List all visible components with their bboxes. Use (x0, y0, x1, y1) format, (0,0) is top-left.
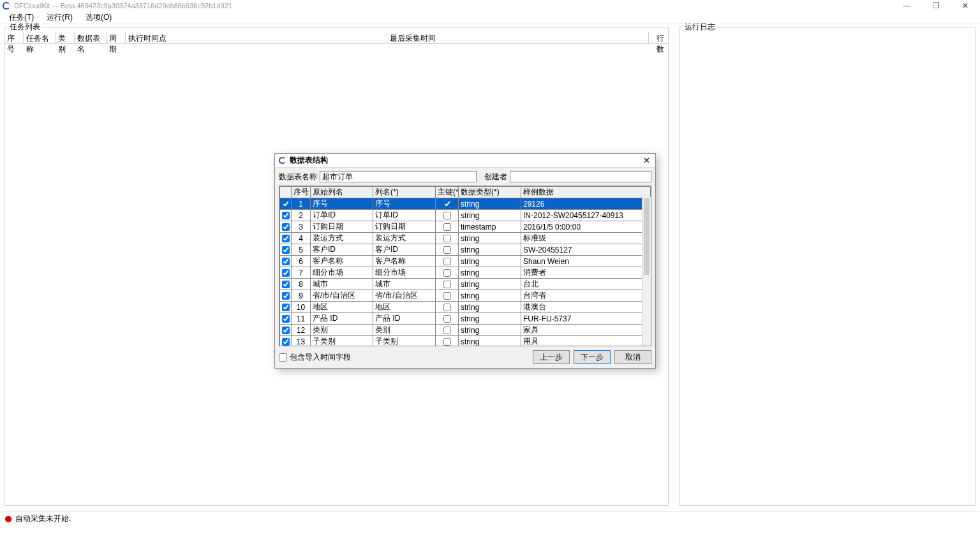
col-last[interactable]: 最后采集时间 (387, 33, 649, 43)
row-name[interactable]: 子类别 (373, 336, 436, 346)
dialog-footer: 包含导入时间字段 上一步 下一步 取消 (275, 346, 655, 368)
col-cycle[interactable]: 周期 (107, 33, 126, 43)
row-pk-checkbox[interactable] (443, 223, 451, 231)
dialog-close-button[interactable]: ✕ (643, 156, 650, 165)
creator-input[interactable] (510, 171, 651, 182)
close-button[interactable]: ✕ (951, 0, 980, 11)
row-include-checkbox[interactable] (282, 258, 290, 265)
row-type[interactable]: string (459, 279, 521, 290)
row-type[interactable]: string (459, 233, 521, 244)
grid-row[interactable]: 8城市城市string台北 (280, 279, 651, 290)
row-name[interactable]: 省/市/自治区 (373, 290, 436, 302)
grid-row[interactable]: 9省/市/自治区省/市/自治区string台湾省 (280, 290, 651, 302)
include-time-checkbox[interactable] (279, 353, 287, 362)
row-name[interactable]: 序号 (373, 198, 436, 210)
row-type[interactable]: string (459, 325, 521, 336)
grid-row[interactable]: 11产品 ID产品 IDstringFUR-FU-5737 (280, 313, 651, 325)
row-include-checkbox[interactable] (282, 212, 290, 219)
grid-row[interactable]: 12类别类别string家具 (280, 325, 651, 336)
row-type[interactable]: string (459, 267, 521, 279)
col-rows[interactable]: 行数 (649, 33, 668, 43)
grid-header-name[interactable]: 列名(*) (373, 187, 436, 198)
row-type[interactable]: string (459, 244, 521, 256)
row-name[interactable]: 城市 (373, 279, 436, 290)
grid-row[interactable]: 2订单ID订单IDstringIN-2012-SW20455127-40913 (280, 210, 651, 221)
row-include-checkbox[interactable] (282, 281, 290, 288)
grid-header-check[interactable] (280, 187, 292, 198)
col-name[interactable]: 任务名称 (24, 33, 56, 43)
row-pk-checkbox[interactable] (443, 246, 451, 254)
row-include-checkbox[interactable] (282, 200, 290, 208)
row-pk-checkbox[interactable] (443, 235, 451, 242)
row-include-checkbox[interactable] (282, 235, 290, 242)
grid-header-pk[interactable]: 主键(*) (436, 187, 459, 198)
dialog-title: 数据表结构 (290, 155, 328, 166)
row-pk-checkbox[interactable] (443, 338, 451, 346)
menu-run[interactable]: 运行(R) (40, 11, 79, 24)
row-type[interactable]: string (459, 336, 521, 346)
row-name[interactable]: 产品 ID (373, 313, 436, 325)
next-button[interactable]: 下一步 (574, 350, 611, 364)
grid-header-sample[interactable]: 样例数据 (521, 187, 651, 198)
col-cat[interactable]: 类别 (56, 33, 75, 43)
col-dtab[interactable]: 数据表名 (75, 33, 107, 43)
menu-options[interactable]: 选项(O) (79, 11, 118, 24)
row-include-checkbox[interactable] (282, 304, 290, 311)
grid-header-orig[interactable]: 原始列名 (311, 187, 373, 198)
row-type[interactable]: string (459, 198, 521, 210)
grid-row[interactable]: 6客户名称客户名称stringShaun Weien (280, 256, 651, 267)
col-seq[interactable]: 序号 (4, 33, 24, 43)
prev-button[interactable]: 上一步 (533, 350, 570, 364)
row-type[interactable]: string (459, 290, 521, 302)
row-type[interactable]: string (459, 313, 521, 325)
grid-scrollbar-thumb[interactable] (644, 198, 650, 275)
grid-row[interactable]: 13子类别子类别string用具 (280, 336, 651, 346)
row-sample: 台湾省 (521, 290, 651, 302)
row-orig: 子类别 (311, 336, 373, 346)
grid-scrollbar[interactable] (642, 197, 651, 346)
row-name[interactable]: 类别 (373, 325, 436, 336)
row-name[interactable]: 订购日期 (373, 221, 436, 233)
row-pk-checkbox[interactable] (443, 304, 451, 311)
maximize-button[interactable]: ❐ (921, 0, 951, 11)
row-name[interactable]: 客户ID (373, 244, 436, 256)
row-type[interactable]: timestamp (459, 221, 521, 233)
row-include-checkbox[interactable] (282, 246, 290, 254)
cancel-button[interactable]: 取消 (614, 350, 651, 364)
row-pk-checkbox[interactable] (443, 258, 451, 265)
row-name[interactable]: 订单ID (373, 210, 436, 221)
tasks-panel-title: 任务列表 (8, 22, 41, 33)
row-pk-checkbox[interactable] (443, 212, 451, 219)
row-pk-checkbox[interactable] (443, 200, 451, 208)
grid-row[interactable]: 4装运方式装运方式string标准级 (280, 233, 651, 244)
row-pk-checkbox[interactable] (443, 315, 451, 323)
row-include-checkbox[interactable] (282, 315, 290, 323)
row-pk-checkbox[interactable] (443, 292, 451, 300)
row-include-checkbox[interactable] (282, 269, 290, 277)
col-time[interactable]: 执行时间点 (126, 33, 387, 43)
row-type[interactable]: string (459, 302, 521, 313)
row-name[interactable]: 客户名称 (373, 256, 436, 267)
grid-row[interactable]: 5客户ID客户IDstringSW-20455127 (280, 244, 651, 256)
row-pk-checkbox[interactable] (443, 269, 451, 277)
row-pk-checkbox[interactable] (443, 281, 451, 288)
grid-header-type[interactable]: 数据类型(*) (459, 187, 521, 198)
row-type[interactable]: string (459, 210, 521, 221)
table-name-input[interactable] (320, 171, 477, 182)
grid-row[interactable]: 10地区地区string港澳台 (280, 302, 651, 313)
grid-header-seq[interactable]: 序号 (292, 187, 311, 198)
row-include-checkbox[interactable] (282, 292, 290, 300)
row-include-checkbox[interactable] (282, 338, 290, 346)
row-type[interactable]: string (459, 256, 521, 267)
row-name[interactable]: 装运方式 (373, 233, 436, 244)
grid-row[interactable]: 3订购日期订购日期timestamp2016/1/5 0:00:00 (280, 221, 651, 233)
row-pk-checkbox[interactable] (443, 327, 451, 334)
include-time-checkbox-wrap[interactable]: 包含导入时间字段 (279, 352, 351, 363)
grid-row[interactable]: 1序号序号string29126 (280, 198, 651, 210)
minimize-button[interactable]: — (892, 0, 921, 11)
row-include-checkbox[interactable] (282, 223, 290, 231)
grid-row[interactable]: 7细分市场细分市场string消费者 (280, 267, 651, 279)
row-name[interactable]: 细分市场 (373, 267, 436, 279)
row-name[interactable]: 地区 (373, 302, 436, 313)
row-include-checkbox[interactable] (282, 327, 290, 334)
